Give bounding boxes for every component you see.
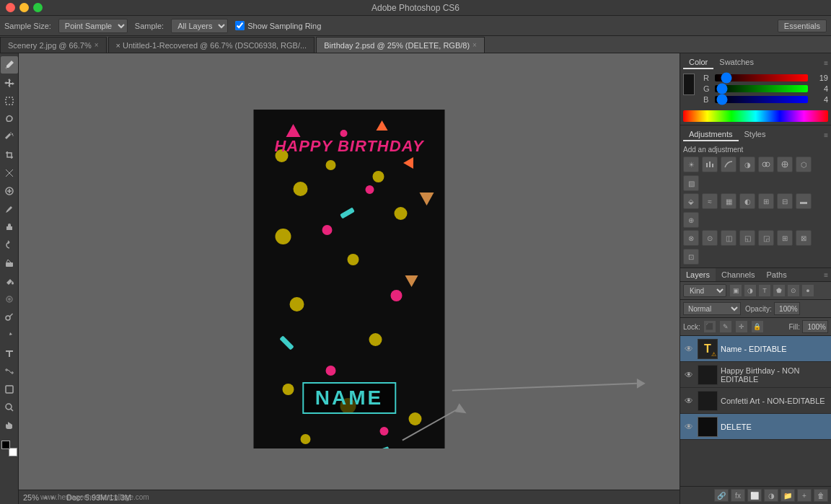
adj-panel-expand[interactable]: ≡ bbox=[824, 131, 828, 139]
color-swatch[interactable] bbox=[683, 74, 695, 95]
smart-adj-2[interactable]: ⊙ bbox=[702, 230, 718, 246]
tab-adjustments[interactable]: Adjustments bbox=[683, 128, 739, 141]
text-tool[interactable] bbox=[1, 345, 18, 362]
layer-link-btn[interactable]: 🔗 bbox=[714, 489, 729, 502]
lasso-tool[interactable] bbox=[1, 110, 18, 128]
tab-birthday-close[interactable]: × bbox=[472, 41, 477, 49]
shape-tool[interactable] bbox=[1, 381, 18, 398]
invert-adj[interactable]: ◐ bbox=[739, 193, 755, 209]
layer-item-happy-birthday[interactable]: 👁 Happy Birthday - NON EDITABLE bbox=[680, 362, 831, 388]
slice-tool[interactable] bbox=[1, 164, 18, 182]
pen-tool[interactable] bbox=[1, 327, 18, 344]
layer-vis-name[interactable]: 👁 bbox=[683, 343, 695, 355]
tab-scenery[interactable]: Scenery 2.jpg @ 66.7% × bbox=[0, 37, 107, 53]
bw-adj[interactable]: ▧ bbox=[683, 175, 699, 191]
brightness-adj[interactable]: ☀ bbox=[683, 156, 699, 172]
r-slider[interactable] bbox=[715, 74, 808, 81]
filter-toggle[interactable]: ● bbox=[801, 284, 814, 297]
zoom-tool[interactable] bbox=[1, 399, 18, 416]
filter-pixel-icon[interactable]: ▣ bbox=[729, 284, 742, 297]
photo-filter-adj[interactable]: ⬙ bbox=[683, 193, 699, 209]
path-tool[interactable] bbox=[1, 363, 18, 380]
layer-item-confetti[interactable]: 👁 Confetti Art - NON-EDITABLE bbox=[680, 388, 831, 414]
sample-size-select[interactable]: Point Sample bbox=[58, 19, 128, 33]
tab-channels[interactable]: Channels bbox=[716, 268, 760, 281]
smart-adj-5[interactable]: ◲ bbox=[758, 230, 774, 246]
tab-styles[interactable]: Styles bbox=[739, 128, 772, 141]
wand-tool[interactable] bbox=[1, 128, 18, 146]
smart-adj-7[interactable]: ⊠ bbox=[796, 230, 812, 246]
lock-position-btn[interactable]: ✛ bbox=[735, 320, 748, 333]
eraser-tool[interactable] bbox=[1, 255, 18, 272]
layer-folder-btn[interactable]: 📁 bbox=[781, 489, 795, 502]
layers-panel-expand[interactable]: ≡ bbox=[821, 271, 831, 279]
tab-swatches[interactable]: Swatches bbox=[713, 56, 760, 69]
tab-paths[interactable]: Paths bbox=[761, 268, 793, 281]
filter-adj-icon[interactable]: ◑ bbox=[744, 284, 757, 297]
history-tool[interactable] bbox=[1, 236, 18, 254]
layer-vis-delete[interactable]: 👁 bbox=[683, 421, 695, 433]
vibrance-adj[interactable] bbox=[758, 156, 774, 172]
tab-color[interactable]: Color bbox=[683, 56, 713, 69]
layer-adj-btn[interactable]: ◑ bbox=[764, 489, 778, 502]
paint-bucket-tool[interactable] bbox=[1, 273, 18, 290]
hand-tool[interactable] bbox=[1, 417, 18, 434]
tab-untitled[interactable]: × Untitled-1-Recovered @ 66.7% (DSC06938… bbox=[108, 37, 315, 53]
close-button[interactable] bbox=[6, 3, 15, 12]
show-sampling-ring-checkbox[interactable] bbox=[235, 21, 245, 30]
posterize-adj[interactable]: ⊞ bbox=[758, 193, 774, 209]
selective-color-adj[interactable]: ⊕ bbox=[683, 212, 699, 228]
blur-tool[interactable] bbox=[1, 291, 18, 308]
threshold-adj[interactable]: ⊟ bbox=[777, 193, 793, 209]
layers-kind-select[interactable]: Kind bbox=[683, 284, 726, 297]
sample-select[interactable]: All Layers bbox=[171, 19, 228, 33]
smart-adj-3[interactable]: ◫ bbox=[721, 230, 737, 246]
filter-smart-icon[interactable]: ⊙ bbox=[787, 284, 800, 297]
layer-new-btn[interactable]: + bbox=[797, 489, 812, 502]
smart-adj-6[interactable]: ⊞ bbox=[777, 230, 793, 246]
tab-birthday[interactable]: Birthday 2.psd @ 25% (DELETE, RGB/8) × bbox=[316, 37, 485, 53]
layer-item-delete[interactable]: 👁 DELETE bbox=[680, 414, 831, 440]
fill-input[interactable] bbox=[802, 320, 828, 333]
stamp-tool[interactable] bbox=[1, 218, 18, 236]
tab-layers[interactable]: Layers bbox=[680, 268, 716, 281]
color-lookup-adj[interactable]: ▦ bbox=[721, 193, 737, 209]
lock-transparent-btn[interactable]: ⬛ bbox=[703, 320, 716, 333]
lock-image-btn[interactable]: ✎ bbox=[719, 320, 732, 333]
blend-mode-select[interactable]: Normal bbox=[683, 302, 741, 315]
marquee-tool[interactable] bbox=[1, 92, 18, 110]
color-panel-expand[interactable]: ≡ bbox=[824, 59, 828, 67]
tab-scenery-close[interactable]: × bbox=[94, 41, 99, 49]
minimize-button[interactable] bbox=[19, 3, 29, 12]
smart-adj-1[interactable]: ⊗ bbox=[683, 230, 699, 246]
lock-all-btn[interactable]: 🔒 bbox=[751, 320, 764, 333]
healing-tool[interactable] bbox=[1, 182, 18, 200]
maximize-button[interactable] bbox=[33, 3, 43, 12]
dodge-tool[interactable] bbox=[1, 309, 18, 326]
b-slider[interactable] bbox=[715, 96, 808, 103]
gradient-map-adj[interactable]: ▬ bbox=[796, 193, 812, 209]
foreground-swatch[interactable] bbox=[1, 441, 10, 449]
smart-adj-8[interactable]: ⊡ bbox=[683, 249, 699, 265]
eyedropper-tool[interactable] bbox=[1, 56, 18, 74]
g-slider[interactable] bbox=[715, 85, 808, 92]
levels-adj[interactable] bbox=[702, 156, 718, 172]
fg-bg-swatches[interactable] bbox=[1, 441, 17, 456]
essentials-button[interactable]: Essentials bbox=[778, 19, 827, 32]
layer-vis-hb[interactable]: 👁 bbox=[683, 369, 695, 381]
layer-fx-btn[interactable]: fx bbox=[731, 489, 745, 502]
layer-delete-btn[interactable]: 🗑 bbox=[814, 489, 828, 502]
channel-mixer-adj[interactable]: ≈ bbox=[702, 193, 718, 209]
brush-tool[interactable] bbox=[1, 200, 18, 218]
color-spectrum[interactable] bbox=[683, 110, 828, 122]
layer-item-name-editable[interactable]: 👁 T ⚠ Name - EDITABLE bbox=[680, 336, 831, 362]
filter-shape-icon[interactable]: ⬟ bbox=[773, 284, 786, 297]
hue-sat-adj[interactable] bbox=[777, 156, 793, 172]
opacity-input[interactable] bbox=[774, 302, 800, 315]
crop-tool[interactable] bbox=[1, 146, 18, 164]
filter-text-icon[interactable]: T bbox=[758, 284, 771, 297]
curves-adj[interactable] bbox=[721, 156, 737, 172]
smart-adj-4[interactable]: ◱ bbox=[739, 230, 755, 246]
layer-vis-confetti[interactable]: 👁 bbox=[683, 395, 695, 407]
move-tool[interactable] bbox=[1, 74, 18, 92]
